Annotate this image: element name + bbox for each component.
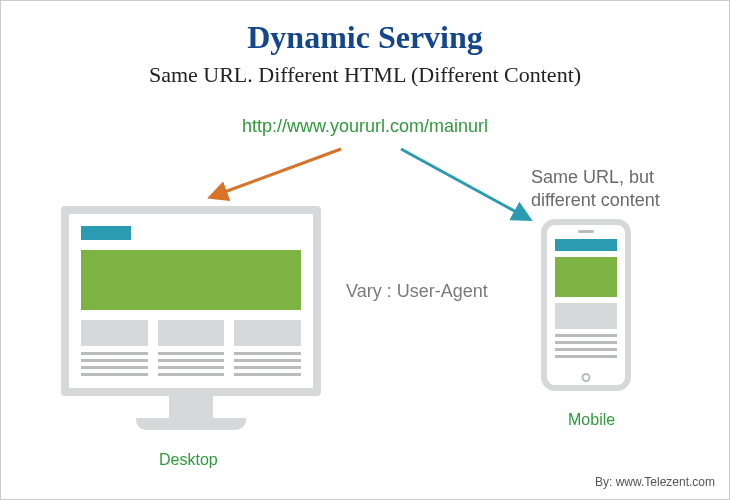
- text-line: [555, 341, 617, 344]
- card-image-placeholder: [158, 320, 225, 346]
- text-line: [555, 348, 617, 351]
- text-line: [555, 355, 617, 358]
- desktop-cards-row: [81, 320, 301, 380]
- note-line-2: different content: [531, 190, 660, 210]
- arrow-to-mobile: [401, 149, 529, 219]
- mobile-caption: Mobile: [568, 411, 615, 429]
- mobile-hero-block: [555, 257, 617, 297]
- note-line-1: Same URL, but: [531, 167, 654, 187]
- text-line: [81, 352, 148, 355]
- text-line: [81, 359, 148, 362]
- mobile-addressbar: [555, 239, 617, 251]
- mobile-image-placeholder: [555, 303, 617, 329]
- page-subtitle: Same URL. Different HTML (Different Cont…: [1, 62, 729, 88]
- mobile-frame: [541, 219, 631, 391]
- text-line: [158, 373, 225, 376]
- card-image-placeholder: [234, 320, 301, 346]
- text-line: [555, 334, 617, 337]
- example-url: http://www.yoururl.com/mainurl: [1, 116, 729, 137]
- attribution-prefix: By:: [595, 475, 616, 489]
- text-line: [234, 373, 301, 376]
- text-line: [158, 359, 225, 362]
- desktop-device: [61, 206, 321, 430]
- text-line: [81, 373, 148, 376]
- attribution: By: www.Telezent.com: [595, 475, 715, 489]
- phone-speaker-icon: [578, 230, 594, 233]
- page-title: Dynamic Serving: [1, 19, 729, 56]
- text-line: [158, 366, 225, 369]
- card-image-placeholder: [81, 320, 148, 346]
- desktop-card: [158, 320, 225, 380]
- text-line: [81, 366, 148, 369]
- desktop-caption: Desktop: [159, 451, 218, 469]
- text-line: [234, 352, 301, 355]
- arrow-to-desktop: [211, 149, 341, 197]
- desktop-card: [234, 320, 301, 380]
- desktop-screen: [61, 206, 321, 396]
- phone-home-button-icon: [582, 373, 591, 382]
- desktop-hero-block: [81, 250, 301, 310]
- attribution-site: www.Telezent.com: [616, 475, 715, 489]
- content-note: Same URL, but different content: [531, 166, 660, 211]
- desktop-card: [81, 320, 148, 380]
- text-line: [158, 352, 225, 355]
- desktop-base: [136, 418, 246, 430]
- desktop-stand: [169, 396, 213, 418]
- vary-header-label: Vary : User-Agent: [346, 281, 488, 302]
- desktop-addressbar: [81, 226, 131, 240]
- mobile-device: [541, 219, 631, 391]
- text-line: [234, 366, 301, 369]
- text-line: [234, 359, 301, 362]
